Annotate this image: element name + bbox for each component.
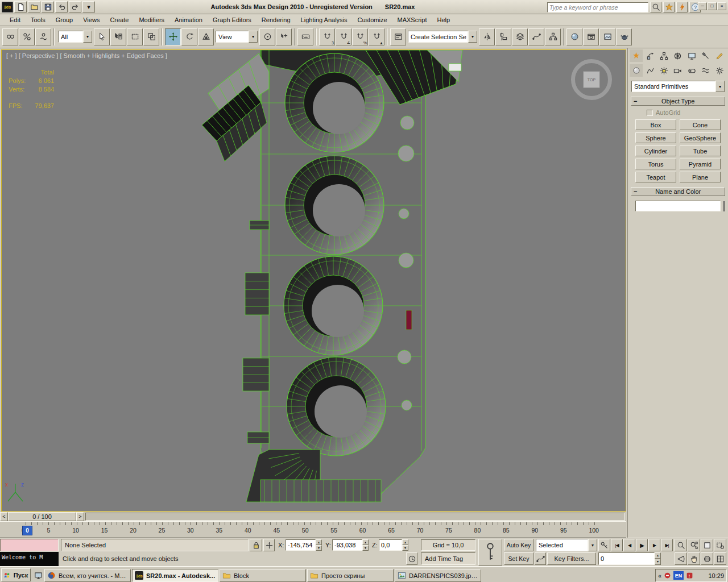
menu-item[interactable]: Tools (26, 15, 51, 24)
snap-toggle-button[interactable]: 3 (319, 28, 335, 45)
collapse-icon[interactable]: − (634, 98, 637, 105)
object-name-input[interactable] (635, 201, 721, 211)
taskbar-task-button[interactable]: Block (220, 569, 306, 582)
chevron-down-icon[interactable]: ▾ (249, 31, 258, 43)
selection-lock-icon[interactable] (250, 539, 262, 551)
play-button[interactable]: ▶ (636, 539, 648, 551)
x-spinner[interactable]: ▴▾ (316, 539, 322, 551)
taskbar-task-button[interactable]: Просто скрины (307, 569, 394, 582)
tab-hierarchy[interactable] (657, 49, 671, 62)
select-and-manipulate-button[interactable] (276, 28, 292, 45)
quick-launch-icon[interactable] (33, 570, 43, 580)
field-of-view-icon[interactable] (675, 552, 687, 565)
zoom-extents-icon[interactable] (701, 539, 713, 551)
tab-utilities[interactable] (699, 49, 712, 62)
infocenter-search-input[interactable] (549, 3, 646, 11)
taskbar-task-button[interactable]: 3ds SR20.max - Autodesk... (132, 569, 218, 582)
next-frame-arrow[interactable]: > (76, 512, 84, 521)
rectangular-selection-region-button[interactable] (127, 28, 143, 45)
menu-item[interactable]: MAXScript (392, 15, 432, 24)
add-time-tag-field[interactable]: Add Time Tag (421, 552, 475, 565)
save-file-icon[interactable] (42, 1, 54, 13)
category-geometry-icon[interactable] (630, 64, 643, 77)
viewcube[interactable]: TOP (571, 59, 612, 100)
geometry-category-dropdown[interactable]: Standard Primitives ▾ (631, 81, 725, 92)
menu-item[interactable]: Graph Editors (208, 15, 257, 24)
taskbar-task-button[interactable]: DARRENSPICS039.jpg - ... (395, 569, 481, 582)
go-to-end-button[interactable]: ▶| (661, 539, 673, 551)
rendered-frame-window-button[interactable] (599, 28, 615, 45)
autogrid-checkbox[interactable] (647, 110, 653, 116)
favorites-star-icon[interactable] (663, 2, 675, 13)
bind-to-space-warp-icon[interactable] (35, 28, 51, 45)
spinner-snap-toggle[interactable]: ▲ (369, 28, 384, 45)
layer-manager-button[interactable] (512, 28, 528, 45)
tray-app-icon[interactable] (664, 572, 671, 579)
render-production-button[interactable] (616, 28, 632, 45)
tray-alert-icon[interactable]: ! (686, 572, 693, 579)
zoom-region-icon[interactable] (714, 539, 726, 551)
tab-create[interactable] (630, 49, 643, 62)
key-mode-toggle[interactable] (598, 539, 610, 551)
menu-item[interactable]: Customize (353, 15, 392, 24)
primitive-button[interactable]: Sphere (635, 132, 676, 143)
named-selection-set-dropdown[interactable]: Create Selection Se ▾ (408, 31, 477, 43)
use-pivot-center-button[interactable] (259, 28, 275, 45)
collapse-icon[interactable]: − (634, 188, 637, 195)
object-color-swatch[interactable] (723, 201, 725, 211)
material-editor-button[interactable] (566, 28, 582, 45)
edit-named-selection-sets-button[interactable] (390, 28, 406, 45)
menu-item[interactable]: Modifiers (134, 15, 169, 24)
undo-icon[interactable] (55, 1, 68, 13)
select-and-scale-button[interactable] (198, 28, 214, 45)
qat-dropdown-icon[interactable]: ▾ (82, 1, 95, 13)
angle-snap-toggle[interactable]: ∠ (336, 28, 351, 45)
zoom-icon[interactable] (675, 539, 687, 551)
language-indicator[interactable]: EN (673, 571, 684, 580)
chevron-down-icon[interactable]: ▾ (588, 539, 597, 551)
render-setup-button[interactable] (583, 28, 599, 45)
z-spinner[interactable]: ▴▾ (402, 539, 408, 551)
zoom-all-icon[interactable] (688, 539, 700, 551)
name-and-color-rollout-header[interactable]: − Name and Color (631, 187, 725, 196)
category-spacewarps-icon[interactable] (699, 64, 712, 77)
tray-expand-chevron[interactable]: « (658, 572, 661, 579)
primitive-button[interactable]: Cylinder (635, 146, 676, 156)
primitive-button[interactable]: Tube (680, 146, 721, 156)
viewport-label[interactable]: [ + ] [ Perspective ] [ Smooth + Highlig… (6, 52, 167, 59)
set-key-button[interactable]: Set Key (504, 552, 533, 565)
select-object-button[interactable] (94, 28, 110, 45)
viewport-canvas[interactable] (2, 50, 626, 511)
open-file-icon[interactable] (28, 1, 40, 13)
auto-key-button[interactable]: Auto Key (504, 539, 533, 551)
menu-item[interactable]: Animation (169, 15, 208, 24)
chevron-down-icon[interactable]: ▾ (468, 31, 477, 43)
absolute-offset-mode-toggle[interactable] (263, 539, 275, 551)
pan-hand-icon[interactable] (688, 552, 700, 565)
y-spinner[interactable]: ▴▾ (362, 539, 369, 551)
app-logo-icon[interactable]: 3ds (2, 2, 13, 13)
viewcube-top-face[interactable]: TOP (583, 71, 600, 88)
unlink-selection-icon[interactable] (19, 28, 35, 45)
time-spinner[interactable]: ▴▾ (655, 552, 661, 565)
key-filters-button[interactable]: Key Filters... (547, 552, 596, 565)
tab-motion[interactable] (671, 49, 684, 62)
set-keys-big-key-button[interactable] (478, 539, 502, 566)
previous-frame-button[interactable]: ◀ (623, 539, 635, 551)
primitive-button[interactable]: Teapot (635, 172, 676, 182)
keyboard-shortcut-override-toggle[interactable] (297, 28, 313, 45)
primitive-button[interactable]: Cone (680, 119, 721, 130)
start-button[interactable]: Пуск (1, 568, 31, 581)
reference-coordinate-dropdown[interactable]: View ▾ (216, 31, 258, 43)
select-and-link-icon[interactable] (2, 28, 18, 45)
communication-center-icon[interactable] (676, 2, 688, 13)
z-coordinate-input[interactable] (379, 539, 402, 551)
menu-item[interactable]: Group (51, 15, 78, 24)
category-shapes-icon[interactable] (643, 64, 656, 77)
menu-item[interactable]: Help (432, 15, 456, 24)
category-helpers-icon[interactable] (685, 64, 698, 77)
taskbar-task-button[interactable]: Всем, кто учится. - Moz... (44, 569, 131, 582)
tab-modify[interactable] (643, 49, 656, 62)
curve-editor-button[interactable] (528, 28, 544, 45)
menu-item[interactable]: Views (78, 15, 105, 24)
